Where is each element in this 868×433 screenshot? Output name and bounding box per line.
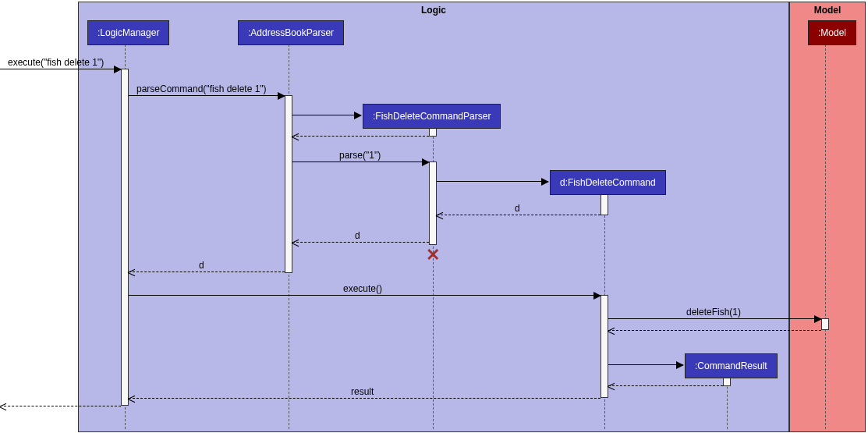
arrow-create-fdcp [292,115,361,115]
arrow-return-commandresult [608,385,723,386]
package-model-label: Model [814,5,841,16]
label-deletefish: deleteFish(1) [686,307,741,318]
label-d3: d [199,260,204,271]
arrow-return-external [0,406,121,406]
participant-fishdeletecommand: d:FishDeleteCommand [550,170,666,195]
arrow-execute [0,69,121,69]
arrow-create-fdc [437,181,548,182]
label-execute: execute("fish delete 1") [8,57,104,68]
participant-commandresult: :CommandResult [685,353,778,378]
participant-addressbookparser: :AddressBookParser [238,20,344,45]
arrow-return-d2 [292,242,429,243]
arrow-return-model [608,330,821,331]
arrow-parsecommand [129,95,285,96]
label-d2: d [355,230,360,241]
activation-logicmanager [121,69,129,406]
participant-logicmanager: :LogicManager [87,20,169,45]
label-result: result [351,386,374,397]
participant-fishdeletecommandparser: :FishDeleteCommandParser [363,104,501,129]
arrow-return-result [129,398,601,399]
sequence-diagram: Logic Model :LogicManager :AddressBookPa… [0,0,868,433]
arrow-return-d3 [129,272,285,272]
activation-fdcp-2 [429,161,437,245]
label-parse: parse("1") [339,150,381,161]
activation-model [821,318,829,330]
activation-fdc-2 [601,295,608,398]
destroy-icon: ✕ [426,245,440,265]
activation-addressbookparser [285,95,292,273]
arrow-create-commandresult [608,364,683,365]
arrow-return-fdcp-create [292,136,429,137]
arrow-deletefish [608,318,821,319]
lifeline-model [825,41,826,429]
arrow-execute2 [129,295,601,296]
activation-fdc-1 [601,192,608,215]
label-execute2: execute() [343,283,382,294]
arrow-return-d1 [437,215,601,215]
arrow-parse [292,161,429,162]
package-model: Model [789,2,866,432]
package-logic-label: Logic [421,5,446,16]
participant-model: :Model [808,20,856,45]
label-d1: d [515,203,520,214]
label-parsecommand: parseCommand("fish delete 1") [136,83,267,94]
